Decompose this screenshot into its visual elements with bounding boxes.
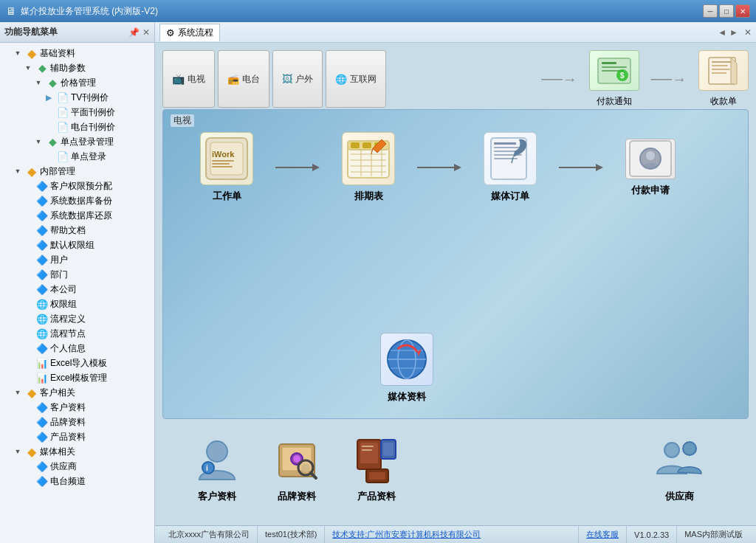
- sidebar-item-db-restore[interactable]: 🔷 系统数据库还原: [0, 208, 154, 223]
- titlebar-icon: 🖥 媒介投放业务管理系统 (内测版-V2): [6, 5, 158, 18]
- svg-rect-7: [712, 61, 732, 63]
- arrow2: [417, 160, 461, 175]
- sidebar-item-tv-price[interactable]: ▶ 📄 TV刊例价: [0, 90, 154, 105]
- sidebar-item-aux[interactable]: ▼ ◆ 辅助参数: [0, 60, 154, 75]
- content-nav-prev[interactable]: ◄: [718, 27, 726, 38]
- supplier-item[interactable]: 供应商: [654, 435, 704, 503]
- sidebar-item-flat-price[interactable]: 📄 平面刊例价: [0, 105, 154, 120]
- payment-notice-label: 付款通知: [597, 95, 632, 108]
- sidebar-item-excel-import[interactable]: 📊 Excel导入模板: [0, 356, 154, 370]
- internet-label: 互联网: [350, 73, 377, 86]
- sidebar-item-customer-rel[interactable]: ▼ ◆ 客户相关: [0, 385, 154, 400]
- supplier-label: 供应商: [665, 490, 694, 503]
- media-order-icon: [484, 132, 537, 185]
- minimize-button[interactable]: ─: [703, 4, 718, 18]
- svg-rect-2: [602, 66, 627, 68]
- radio-button[interactable]: 📻 电台: [218, 50, 269, 108]
- sidebar-item-db-backup[interactable]: 🔷 系统数据库备份: [0, 193, 154, 208]
- support-link[interactable]: 技术支持:广州市安赛计算机科技有限公司: [332, 529, 481, 540]
- svg-rect-16: [212, 166, 233, 167]
- sidebar: 功能导航菜单 📌 ✕ ▼ ◆ 基础资料 ▼ ◆ 辅助参数: [0, 22, 155, 543]
- payment-notice-item[interactable]: $ 付款通知: [589, 50, 639, 108]
- sidebar-close-icon[interactable]: ✕: [142, 27, 150, 38]
- svg-rect-69: [362, 446, 374, 447]
- sidebar-pin-icon[interactable]: 📌: [128, 27, 140, 38]
- sidebar-header: 功能导航菜单 📌 ✕: [0, 22, 154, 43]
- titlebar-controls: ─ □ ✕: [703, 4, 750, 18]
- tv-button[interactable]: 📺 电视: [162, 50, 215, 108]
- sidebar-item-single-login-mgr[interactable]: ▼ ◆ 单点登录管理: [0, 134, 154, 149]
- svg-point-71: [664, 443, 679, 457]
- svg-rect-35: [494, 142, 516, 145]
- statusbar-online-service[interactable]: 在线客服: [579, 526, 627, 543]
- close-button[interactable]: ✕: [735, 4, 750, 18]
- sidebar-item-dept[interactable]: 🔷 部门: [0, 267, 154, 282]
- tab-sysflow[interactable]: ⚙ 系统流程: [159, 24, 220, 41]
- sidebar-label-supplier: 供应商: [50, 460, 77, 473]
- payment-app-flow-item[interactable]: 付款申请: [625, 139, 676, 197]
- statusbar-support[interactable]: 技术支持:广州市安赛计算机科技有限公司: [325, 526, 579, 543]
- customer-icon: i: [192, 435, 242, 485]
- svg-rect-9: [712, 69, 730, 70]
- sidebar-label-perm-dist: 客户权限预分配: [50, 180, 112, 193]
- tv-label: 电视: [188, 73, 205, 86]
- schedule-item[interactable]: 排期表: [342, 132, 395, 203]
- sidebar-item-media-rel[interactable]: ▼ ◆ 媒体相关: [0, 444, 154, 459]
- content-close-btn[interactable]: ✕: [744, 27, 752, 38]
- statusbar-user: test01(技术部): [258, 526, 325, 543]
- sidebar-item-radio-price[interactable]: 📄 电台刊例价: [0, 120, 154, 134]
- sidebar-item-excel-tpl-mgr[interactable]: 📊 Excel模板管理: [0, 370, 154, 385]
- supplier-icon: [654, 435, 704, 485]
- titlebar-title: 媒介投放业务管理系统 (内测版-V2): [21, 5, 158, 18]
- maximize-button[interactable]: □: [719, 4, 734, 18]
- sidebar-label-brand-data: 品牌资料: [50, 416, 86, 429]
- sidebar-item-default-role[interactable]: 🔷 默认权限组: [0, 238, 154, 252]
- sidebar-item-single-login[interactable]: 📄 单点登录: [0, 149, 154, 164]
- sidebar-item-users[interactable]: 🔷 用户: [0, 252, 154, 267]
- work-order-item[interactable]: iWork 工作单: [200, 132, 253, 203]
- sidebar-item-help-doc[interactable]: 🔷 帮助文档: [0, 223, 154, 238]
- sidebar-label-workflow-def: 流程定义: [50, 313, 86, 325]
- sidebar-label-db-backup: 系统数据库备份: [50, 195, 112, 207]
- arrow-to-payment: ──→: [541, 71, 577, 88]
- svg-point-62: [301, 463, 310, 472]
- media-order-item[interactable]: 媒体订单: [484, 132, 537, 203]
- sidebar-item-personal-info[interactable]: 🔷 个人信息: [0, 341, 154, 356]
- brand-item[interactable]: 品牌资料: [272, 435, 322, 503]
- media-data-label: 媒体资料: [388, 390, 426, 404]
- svg-rect-39: [494, 158, 518, 159]
- sidebar-item-price[interactable]: ▼ ◆ 价格管理: [0, 75, 154, 90]
- sidebar-label-users: 用户: [50, 254, 68, 266]
- sidebar-label-excel-tpl-mgr: Excel模板管理: [50, 372, 107, 384]
- svg-point-59: [293, 455, 300, 463]
- sidebar-item-workflow-nodes[interactable]: 🌐 流程节点: [0, 326, 154, 341]
- sidebar-item-supplier[interactable]: 🔷 供应商: [0, 459, 154, 474]
- sidebar-item-perm-dist[interactable]: 🔷 客户权限预分配: [0, 179, 154, 193]
- sidebar-item-product-data[interactable]: 🔷 产品资料: [0, 429, 154, 444]
- sidebar-label-flat-price: 平面刊例价: [71, 106, 115, 119]
- sidebar-item-customer-data[interactable]: 🔷 客户资料: [0, 400, 154, 415]
- sidebar-item-brand-data[interactable]: 🔷 品牌资料: [0, 415, 154, 429]
- sidebar-item-tv-station[interactable]: 🔷 电台频道: [0, 474, 154, 488]
- svg-text:i: i: [206, 464, 208, 472]
- sidebar-item-workflow-def[interactable]: 🌐 流程定义: [0, 311, 154, 326]
- media-data-item[interactable]: 媒体资料: [380, 333, 433, 404]
- sidebar-label-roles: 权限组: [50, 298, 77, 311]
- receipt-item[interactable]: 收款单: [698, 50, 749, 108]
- sidebar-item-company[interactable]: 🔷 本公司: [0, 282, 154, 297]
- outdoor-button[interactable]: 🖼 户外: [272, 50, 323, 108]
- customer-item[interactable]: i 客户资料: [192, 435, 242, 503]
- sidebar-item-roles[interactable]: 🌐 权限组: [0, 297, 154, 311]
- sidebar-label-aux: 辅助参数: [50, 62, 86, 75]
- media-order-label: 媒体订单: [491, 190, 529, 203]
- product-item[interactable]: 产品资料: [351, 435, 402, 503]
- svg-point-72: [683, 442, 696, 455]
- sidebar-item-basic[interactable]: ▼ ◆ 基础资料: [0, 46, 154, 60]
- content-nav-next[interactable]: ►: [729, 27, 738, 38]
- radio-label: 电台: [242, 73, 260, 86]
- online-service-link[interactable]: 在线客服: [586, 529, 619, 540]
- internet-button[interactable]: 🌐 互联网: [326, 50, 386, 108]
- svg-rect-12: [210, 142, 243, 175]
- sidebar-label-single-login-mgr: 单点登录管理: [61, 136, 114, 148]
- sidebar-item-internal[interactable]: ▼ ◆ 内部管理: [0, 164, 154, 179]
